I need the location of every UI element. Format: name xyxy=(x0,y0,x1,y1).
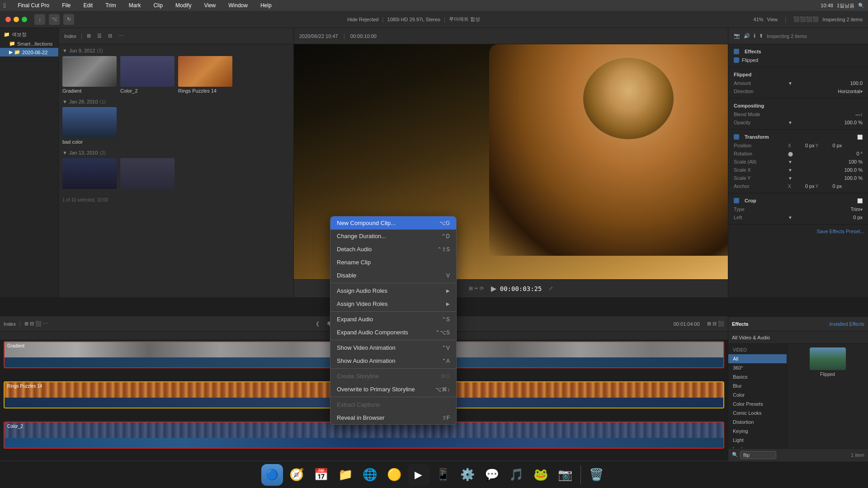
flipped-checkbox[interactable] xyxy=(734,57,739,63)
category-comic-looks[interactable]: Comic Looks xyxy=(728,408,787,418)
clip-track-color2[interactable]: Color_2 xyxy=(4,422,724,449)
track-label-color2: Color_2 xyxy=(7,424,23,429)
menu-mark[interactable]: Mark xyxy=(126,1,144,9)
clip-badcolor[interactable]: bad color xyxy=(62,107,117,145)
collapse-icon[interactable]: ▼ xyxy=(62,48,67,53)
cm-overwrite-primary[interactable]: Overwrite to Primary Storyline ⌥⌘↓ xyxy=(330,383,456,396)
menu-clip[interactable]: Clip xyxy=(151,1,165,9)
menu-window[interactable]: Window xyxy=(226,1,250,9)
menu-edit[interactable]: Edit xyxy=(81,1,96,9)
direction-dropdown[interactable]: ▾ xyxy=(860,89,863,94)
cm-change-duration[interactable]: Change Duration... ⌃D xyxy=(330,230,456,243)
sidebar-item-smart[interactable]: 📁 Smart...llections xyxy=(0,39,58,48)
filmstrip-btn[interactable]: ⊟ xyxy=(106,32,114,40)
menu-file[interactable]: File xyxy=(59,1,73,9)
crop-checkbox[interactable] xyxy=(734,198,739,203)
dock-calendar[interactable]: 📅 xyxy=(310,464,332,486)
cm-show-audio-animation[interactable]: Show Audio Animation ⌃A xyxy=(330,354,456,367)
cm-detach-audio[interactable]: Detach Audio ⌃⇧S xyxy=(330,243,456,256)
grid-view-btn[interactable]: ⊞ xyxy=(85,32,93,40)
effects-item-count: 1 item xyxy=(851,452,864,458)
sidebar-item-colorgrade[interactable]: 📁 색보정 xyxy=(0,30,58,39)
dock-safari2[interactable]: 🌐 xyxy=(359,464,381,486)
effect-flipped[interactable]: Flipped xyxy=(791,347,864,377)
dock-chrome[interactable]: 🟡 xyxy=(383,464,405,486)
crop-type-dropdown[interactable]: ▾ xyxy=(860,207,863,212)
category-distortion[interactable]: Distortion xyxy=(728,418,787,427)
save-effects-preset-btn[interactable]: Save Effects Preset... xyxy=(816,229,864,234)
crop-expand[interactable]: ⬜ xyxy=(857,198,863,203)
category-keying[interactable]: Keying xyxy=(728,427,787,436)
cm-assign-audio-roles[interactable]: Assign Audio Roles ▶ xyxy=(330,284,456,297)
cm-expand-audio-components[interactable]: Expand Audio Components ⌃⌥S xyxy=(330,326,456,339)
category-all[interactable]: All xyxy=(728,354,787,363)
clip-gradient[interactable]: Gradient xyxy=(62,56,117,94)
clip-dark1[interactable] xyxy=(62,158,117,190)
dock-fcp[interactable]: ▶ xyxy=(408,464,429,486)
category-basics[interactable]: Basics xyxy=(728,372,787,381)
clip-color2[interactable]: Color_2 xyxy=(120,56,175,94)
clip-rings[interactable]: Rings Puzzles 14 xyxy=(178,56,232,94)
menu-trim[interactable]: Trim xyxy=(103,1,119,9)
play-button[interactable]: ▶ xyxy=(491,284,496,293)
collapse-icon-3[interactable]: ▼ xyxy=(62,150,67,155)
dock-music[interactable]: 🎵 xyxy=(505,464,527,486)
timeline-index-btn[interactable]: Index xyxy=(4,321,16,327)
dock-trash[interactable]: 🗑️ xyxy=(585,464,607,486)
fullscreen-button[interactable] xyxy=(22,17,27,22)
dock-app1[interactable]: 📱 xyxy=(432,464,454,486)
close-button[interactable] xyxy=(5,17,11,22)
cm-expand-audio[interactable]: Expand Audio ⌃S xyxy=(330,313,456,326)
key-btn[interactable]: ⌥ xyxy=(49,14,60,25)
menu-help[interactable]: Help xyxy=(258,1,274,9)
options-btn[interactable]: ⋯ xyxy=(117,32,125,40)
cm-rename-clip[interactable]: Rename Clip xyxy=(330,256,456,269)
category-blur[interactable]: Blur xyxy=(728,381,787,390)
cm-reveal-in-browser[interactable]: Reveal in Browser ⇧F xyxy=(330,411,456,424)
timeline-nav-left[interactable]: ❮ xyxy=(316,321,320,327)
viewer-expand-icon[interactable]: ⤢ xyxy=(549,286,553,291)
transform-expand[interactable]: ⬜ xyxy=(857,135,863,140)
dock-system-prefs[interactable]: ⚙️ xyxy=(457,464,478,486)
apple-menu-icon[interactable]:  xyxy=(4,2,6,9)
dock-photos[interactable]: 📷 xyxy=(554,464,576,486)
effects-search-input[interactable] xyxy=(740,451,776,459)
zoom-level[interactable]: 41% xyxy=(754,17,764,22)
menu-modify[interactable]: Modify xyxy=(173,1,194,9)
refresh-btn[interactable]: ↻ xyxy=(63,14,74,25)
dock-app2[interactable]: 🐸 xyxy=(530,464,552,486)
inspector-icon-info[interactable]: ℹ xyxy=(754,33,755,39)
collapse-icon-2[interactable]: ▼ xyxy=(62,99,67,104)
inspector-icon-share[interactable]: ⬆ xyxy=(759,33,763,39)
installed-effects-label[interactable]: Installed Effects xyxy=(830,321,864,327)
effects-tab-all-video[interactable]: All Video & Audio xyxy=(732,335,770,340)
inspector-icon-audio[interactable]: 🔊 xyxy=(744,33,750,39)
back-btn[interactable]: ↓ xyxy=(34,14,45,25)
hide-rejected-btn[interactable]: Hide Rejected xyxy=(347,17,378,22)
dock-finder[interactable]: 🔵 xyxy=(261,464,283,486)
category-color-presets[interactable]: Color Presets xyxy=(728,399,787,408)
dock-finder2[interactable]: 📁 xyxy=(335,464,356,486)
transform-checkbox[interactable] xyxy=(734,134,739,140)
menu-view[interactable]: View xyxy=(201,1,218,9)
category-looks[interactable]: Looks xyxy=(728,445,787,448)
category-360[interactable]: 360° xyxy=(728,363,787,372)
list-view-btn[interactable]: ☰ xyxy=(95,32,104,40)
menu-fcpro[interactable]: Final Cut Pro xyxy=(15,1,52,9)
inspector-icon-video[interactable]: 📷 xyxy=(734,33,740,39)
index-tab[interactable]: Index xyxy=(62,33,78,40)
category-color[interactable]: Color xyxy=(728,390,787,399)
category-light[interactable]: Light xyxy=(728,436,787,445)
cm-new-compound-clip[interactable]: New Compound Clip... ⌥G xyxy=(330,216,456,230)
view-btn[interactable]: View xyxy=(767,17,778,22)
dock-safari[interactable]: 🧭 xyxy=(286,464,307,486)
cm-show-video-animation[interactable]: Show Video Animation ⌃V xyxy=(330,341,456,354)
menubar-search-icon[interactable]: 🔍 xyxy=(858,3,864,9)
clip-suit[interactable] xyxy=(120,158,175,190)
minimize-button[interactable] xyxy=(14,17,19,22)
effects-checkbox[interactable] xyxy=(734,49,739,54)
cm-disable[interactable]: Disable V xyxy=(330,269,456,282)
sidebar-item-2020[interactable]: ▶ 📁 2020-06-22 xyxy=(0,48,58,56)
cm-assign-video-roles[interactable]: Assign Video Roles ▶ xyxy=(330,297,456,310)
dock-kakao[interactable]: 💬 xyxy=(481,464,503,486)
